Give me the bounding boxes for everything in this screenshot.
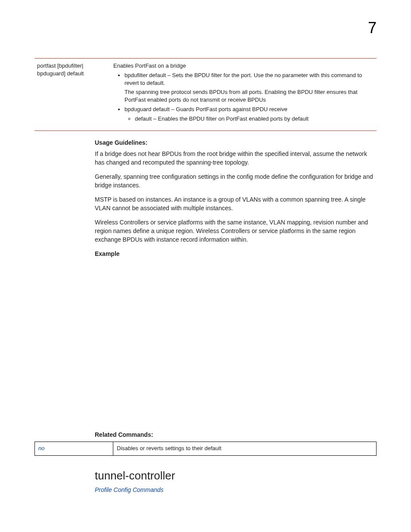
- next-section: tunnel-controller Profile Config Command…: [95, 468, 377, 495]
- parameter-name-cell: portfast [bpdufilter| bpduguard] default: [34, 59, 111, 131]
- breadcrumb-link[interactable]: Profile Config Commands: [95, 486, 377, 495]
- parameter-name-line2: bpduguard] default: [37, 70, 84, 77]
- section-title: tunnel-controller: [95, 468, 377, 483]
- page-number: 7: [368, 17, 377, 39]
- sub-bullet-list: default – Enables the BPDU filter on Por…: [125, 115, 374, 123]
- list-item: default – Enables the BPDU filter on Por…: [135, 115, 374, 123]
- parameter-desc-cell: Enables PortFast on a bridge bpdufilter …: [111, 59, 377, 131]
- example-heading: Example: [95, 250, 377, 258]
- table-row: no Disables or reverts settings to their…: [35, 442, 377, 455]
- usage-heading: Usage Guidelines:: [95, 139, 377, 147]
- parameter-name-line1: portfast [bpdufilter|: [37, 62, 83, 69]
- paragraph: MSTP is based on instances. An instance …: [95, 196, 377, 212]
- table-row: portfast [bpdufilter| bpduguard] default…: [34, 59, 377, 131]
- bullet-note: The spanning tree protocol sends BPDUs f…: [125, 88, 374, 104]
- list-item: bpduguard default – Guards PortFast port…: [125, 106, 374, 123]
- parameter-intro: Enables PortFast on a bridge: [113, 62, 374, 70]
- parameter-bullet-list: bpdufilter default – Sets the BPDU filte…: [113, 72, 374, 123]
- related-heading: Related Commands:: [95, 431, 377, 439]
- paragraph: Wireless Controllers or service platform…: [95, 218, 377, 244]
- example-content-gap: [34, 261, 377, 425]
- bullet-text: bpdufilter default – Sets the BPDU filte…: [125, 72, 362, 86]
- command-desc: Disables or reverts settings to their de…: [113, 442, 377, 455]
- page-content: portfast [bpdufilter| bpduguard] default…: [34, 58, 377, 495]
- usage-section: Usage Guidelines: If a bridge does not h…: [95, 139, 377, 258]
- page: 7 portfast [bpdufilter| bpduguard] defau…: [0, 0, 411, 532]
- bullet-text: bpduguard default – Guards PortFast port…: [125, 106, 287, 112]
- related-commands-section: Related Commands:: [95, 431, 377, 439]
- related-commands-table: no Disables or reverts settings to their…: [34, 442, 377, 455]
- paragraph: If a bridge does not hear BPDUs from the…: [95, 150, 377, 167]
- paragraph: Generally, spanning tree configuration s…: [95, 173, 377, 190]
- parameter-table: portfast [bpdufilter| bpduguard] default…: [34, 58, 377, 131]
- list-item: bpdufilter default – Sets the BPDU filte…: [125, 72, 374, 104]
- command-link[interactable]: no: [35, 442, 113, 455]
